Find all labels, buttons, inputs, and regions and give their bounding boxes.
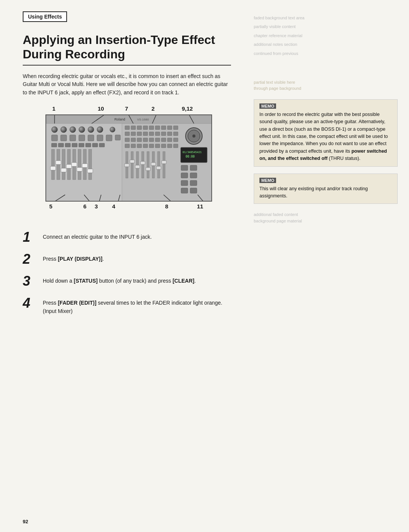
svg-rect-78: [167, 144, 172, 148]
num-label-6: 6: [83, 203, 86, 210]
num-label-11: 11: [197, 203, 203, 210]
svg-rect-37: [61, 168, 66, 172]
svg-rect-59: [161, 132, 166, 136]
memo-box-1: MEMO In order to record the electric gui…: [254, 99, 398, 167]
memo-1-text: In order to record the electric guitar w…: [259, 111, 392, 163]
num-label-10: 10: [98, 105, 104, 112]
svg-rect-34: [89, 149, 92, 180]
memo-box-2: MEMO This will clear any existing input …: [254, 174, 398, 204]
svg-rect-55: [137, 132, 142, 136]
step-4-text: Press [FADER (EDIT)] several times to le…: [43, 296, 231, 316]
page-number: 92: [23, 519, 28, 524]
step-3-text: Hold down a [STATUS] button (of any trac…: [43, 274, 196, 285]
svg-rect-65: [143, 138, 148, 142]
svg-rect-32: [78, 149, 81, 180]
svg-rect-38: [66, 164, 72, 168]
svg-rect-24: [86, 143, 91, 147]
svg-text:00:00: 00:00: [186, 155, 195, 158]
step-2: 2 Press [PLAY (DISPLAY)].: [23, 252, 231, 266]
svg-rect-58: [155, 132, 160, 136]
svg-rect-44: [125, 126, 130, 130]
svg-rect-53: [125, 132, 130, 136]
svg-rect-39: [72, 163, 77, 166]
svg-rect-95: [162, 161, 166, 164]
svg-text:01/348545421: 01/348545421: [183, 151, 202, 154]
main-title: Applying an Insertion-Type Effect During…: [23, 33, 231, 62]
svg-rect-77: [161, 144, 166, 148]
memo-1-icon: MEMO: [259, 103, 276, 109]
svg-rect-94: [156, 166, 161, 169]
diagram-wrapper: 1 10 7 2 9,12 Roland VS-1680: [23, 105, 231, 212]
svg-rect-104: [181, 173, 188, 178]
svg-rect-75: [149, 144, 154, 148]
main-content: Using Effects Applying an Insertion-Type…: [0, 0, 246, 532]
svg-rect-26: [99, 143, 105, 147]
svg-point-5: [61, 127, 67, 133]
svg-rect-62: [125, 138, 130, 142]
svg-rect-21: [65, 143, 70, 147]
memo-1-title: MEMO: [259, 103, 392, 109]
svg-rect-92: [146, 167, 150, 171]
svg-rect-22: [72, 143, 77, 147]
sidebar-faded-bottom: additional faded content background page…: [254, 211, 398, 224]
svg-rect-81: [131, 152, 133, 178]
step-1-number: 1: [23, 230, 36, 244]
memo-2-icon: MEMO: [259, 178, 276, 183]
sidebar: faded background text area partially vis…: [246, 0, 409, 532]
svg-rect-70: [173, 138, 178, 142]
section-tag: Using Effects: [23, 11, 67, 22]
step-2-text: Press [PLAY (DISPLAY)].: [43, 252, 104, 263]
sidebar-faded-top: faded background text area partially vis…: [254, 15, 398, 56]
step-3: 3 Hold down a [STATUS] button (of any tr…: [23, 274, 231, 288]
svg-rect-35: [50, 166, 56, 170]
svg-rect-108: [181, 188, 188, 193]
memo-2-text: This will clear any existing input and/o…: [259, 185, 392, 200]
svg-rect-48: [149, 126, 154, 130]
svg-rect-105: [190, 173, 197, 178]
svg-rect-52: [173, 126, 178, 130]
svg-rect-23: [79, 143, 84, 147]
num-label-912: 9,12: [182, 105, 193, 112]
num-label-2: 2: [151, 105, 155, 112]
svg-rect-67: [155, 138, 160, 142]
step-4: 4 Press [FADER (EDIT)] several times to …: [23, 296, 231, 316]
svg-point-8: [88, 127, 94, 133]
mixer-diagram-svg: Roland VS-1680: [45, 114, 212, 202]
svg-point-6: [70, 127, 76, 133]
svg-rect-107: [190, 180, 197, 186]
svg-rect-20: [58, 143, 64, 147]
svg-rect-18: [115, 135, 120, 140]
svg-text:VS-1680: VS-1680: [137, 118, 149, 121]
svg-rect-103: [190, 165, 197, 171]
num-label-1: 1: [52, 105, 55, 112]
memo-2-title: MEMO: [259, 178, 392, 183]
svg-rect-102: [181, 165, 188, 171]
svg-rect-76: [155, 144, 160, 148]
svg-point-10: [110, 127, 115, 132]
svg-rect-45: [131, 126, 136, 130]
svg-rect-12: [61, 135, 67, 141]
svg-rect-87: [163, 152, 165, 178]
svg-rect-106: [181, 180, 188, 186]
svg-rect-74: [143, 144, 148, 148]
svg-rect-11: [52, 135, 58, 141]
svg-rect-49: [155, 126, 160, 130]
svg-rect-27: [52, 149, 55, 180]
num-label-4: 4: [112, 203, 115, 210]
svg-point-9: [97, 127, 103, 133]
svg-text:Roland: Roland: [114, 117, 125, 121]
intro-paragraph: When recording electric guitar or vocals…: [23, 72, 231, 97]
svg-rect-17: [106, 135, 112, 141]
svg-rect-72: [131, 144, 136, 148]
num-label-7: 7: [125, 105, 128, 112]
svg-rect-63: [131, 138, 136, 142]
svg-rect-13: [70, 135, 76, 141]
step-3-number: 3: [23, 274, 36, 288]
svg-point-7: [79, 127, 85, 133]
svg-rect-15: [88, 135, 94, 141]
svg-rect-47: [143, 126, 148, 130]
svg-rect-54: [131, 132, 136, 136]
svg-rect-56: [143, 132, 148, 136]
num-label-3: 3: [95, 203, 98, 210]
svg-rect-25: [92, 143, 98, 147]
